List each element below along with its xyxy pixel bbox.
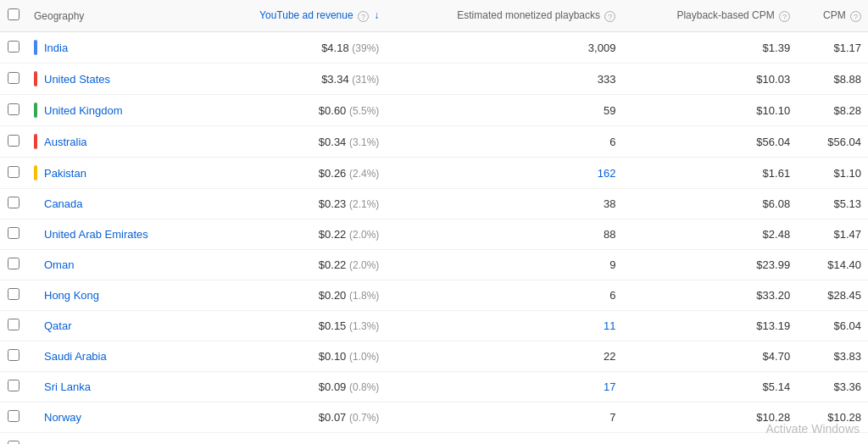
pb-cpm-cell: $4.70 bbox=[622, 341, 797, 372]
geo-cell: Australia bbox=[27, 126, 203, 158]
cpm-cell: $1.47 bbox=[797, 219, 868, 250]
pb-cpm-cell: $56.04 bbox=[622, 126, 797, 158]
geo-cell: Philippines bbox=[27, 433, 203, 445]
country-link[interactable]: Oman bbox=[44, 258, 74, 271]
playbacks-info-icon[interactable]: ? bbox=[604, 11, 615, 22]
pb-cpm-info-icon[interactable]: ? bbox=[779, 11, 790, 22]
row-checkbox[interactable] bbox=[8, 410, 19, 422]
revenue-value: $0.20 bbox=[319, 289, 349, 302]
playbacks-cell: 333 bbox=[386, 64, 622, 95]
row-checkbox[interactable] bbox=[8, 72, 19, 84]
geography-col-label: Geography bbox=[34, 10, 84, 22]
row-checkbox[interactable] bbox=[8, 441, 19, 444]
revenue-percentage: (2.0%) bbox=[349, 229, 379, 241]
geo-cell: Hong Kong bbox=[27, 280, 203, 311]
revenue-percentage: (2.0%) bbox=[349, 259, 379, 271]
revenue-info-icon[interactable]: ? bbox=[358, 11, 369, 22]
table-row: Canada$0.23 (2.1%)38$6.08$5.13 bbox=[0, 189, 868, 219]
country-link[interactable]: Sri Lanka bbox=[44, 380, 91, 393]
playbacks-cell: 7 bbox=[386, 402, 622, 433]
country-link[interactable]: Hong Kong bbox=[44, 289, 99, 302]
revenue-cell: $0.22 (2.0%) bbox=[203, 219, 386, 250]
revenue-value: $0.09 bbox=[319, 380, 349, 393]
table-row: Sri Lanka$0.09 (0.8%)17$5.14$3.36 bbox=[0, 372, 868, 402]
geo-cell: Saudi Arabia bbox=[27, 341, 203, 372]
playbacks-cell: 6 bbox=[386, 280, 622, 311]
table-row: Australia$0.34 (3.1%)6$56.04$56.04 bbox=[0, 126, 868, 158]
table-row: Hong Kong$0.20 (1.8%)6$33.20$28.45 bbox=[0, 280, 868, 311]
country-link[interactable]: Saudi Arabia bbox=[44, 350, 107, 363]
row-checkbox-cell bbox=[0, 126, 27, 158]
pb-cpm-cell: $33.20 bbox=[622, 280, 797, 311]
cpm-cell: $1.17 bbox=[797, 32, 868, 64]
table-row: Saudi Arabia$0.10 (1.0%)22$4.70$3.83 bbox=[0, 341, 868, 372]
header-checkbox-cell bbox=[0, 0, 27, 32]
row-checkbox-cell bbox=[0, 402, 27, 433]
revenue-percentage: (3.1%) bbox=[349, 136, 379, 148]
row-checkbox[interactable] bbox=[8, 288, 19, 300]
geo-cell: Pakistan bbox=[27, 158, 203, 189]
revenue-value: $0.26 bbox=[319, 167, 349, 180]
row-checkbox-cell bbox=[0, 311, 27, 341]
row-checkbox[interactable] bbox=[8, 41, 19, 53]
cpm-cell: $3.36 bbox=[797, 372, 868, 402]
analytics-table: Geography YouTube ad revenue ? ↓ Estimat… bbox=[0, 0, 868, 444]
row-checkbox-cell bbox=[0, 280, 27, 311]
row-checkbox-cell bbox=[0, 189, 27, 219]
table-row: United Kingdom$0.60 (5.5%)59$10.10$8.28 bbox=[0, 95, 868, 126]
revenue-cell: $0.10 (1.0%) bbox=[203, 341, 386, 372]
row-checkbox[interactable] bbox=[8, 380, 19, 391]
pb-cpm-cell: $13.19 bbox=[622, 311, 797, 341]
row-checkbox[interactable] bbox=[8, 166, 19, 178]
table-row: United Arab Emirates$0.22 (2.0%)88$2.48$… bbox=[0, 219, 868, 250]
revenue-sort-icon[interactable]: ↓ bbox=[374, 9, 379, 21]
playbacks-cell: 11 bbox=[386, 311, 622, 341]
row-checkbox-cell bbox=[0, 341, 27, 372]
row-checkbox[interactable] bbox=[8, 135, 19, 147]
row-checkbox[interactable] bbox=[8, 227, 19, 239]
country-link[interactable]: Qatar bbox=[44, 319, 72, 332]
pb-cpm-cell: $6.08 bbox=[622, 189, 797, 219]
revenue-percentage: (2.4%) bbox=[349, 168, 379, 180]
revenue-percentage: (1.8%) bbox=[349, 290, 379, 302]
cpm-info-icon[interactable]: ? bbox=[850, 11, 861, 22]
country-link[interactable]: United Arab Emirates bbox=[44, 228, 148, 241]
cpm-cell: $3.83 bbox=[797, 341, 868, 372]
country-link[interactable]: India bbox=[44, 42, 68, 54]
row-checkbox[interactable] bbox=[8, 349, 19, 361]
revenue-cell: $0.07 (0.7%) bbox=[203, 402, 386, 433]
row-checkbox-cell bbox=[0, 64, 27, 95]
table-row: Qatar$0.15 (1.3%)11$13.19$6.04 bbox=[0, 311, 868, 341]
country-color-bar bbox=[34, 165, 37, 180]
playbacks-cell: 3,009 bbox=[386, 32, 622, 64]
table-row: Pakistan$0.26 (2.4%)162$1.61$1.10 bbox=[0, 158, 868, 189]
country-link[interactable]: Australia bbox=[44, 136, 87, 148]
row-checkbox-cell bbox=[0, 250, 27, 280]
table-row: India$4.18 (39%)3,009$1.39$1.17 bbox=[0, 32, 868, 64]
country-link[interactable]: Pakistan bbox=[44, 167, 86, 180]
country-color-bar bbox=[34, 134, 37, 149]
header-revenue[interactable]: YouTube ad revenue ? ↓ bbox=[203, 0, 386, 32]
country-link[interactable]: Canada bbox=[44, 197, 83, 210]
row-checkbox[interactable] bbox=[8, 258, 19, 269]
country-link[interactable]: United States bbox=[44, 73, 110, 86]
revenue-cell: $0.15 (1.3%) bbox=[203, 311, 386, 341]
row-checkbox[interactable] bbox=[8, 103, 19, 115]
pb-cpm-cell: $23.99 bbox=[622, 250, 797, 280]
geo-cell: Qatar bbox=[27, 311, 203, 341]
row-checkbox[interactable] bbox=[8, 197, 19, 208]
country-color-bar bbox=[34, 71, 37, 86]
row-checkbox-cell bbox=[0, 158, 27, 189]
revenue-cell: $0.23 (2.1%) bbox=[203, 189, 386, 219]
cpm-cell: $56.04 bbox=[797, 126, 868, 158]
revenue-value: $0.60 bbox=[319, 104, 349, 117]
row-checkbox[interactable] bbox=[8, 319, 19, 330]
header-playbacks: Estimated monetized playbacks ? bbox=[386, 0, 622, 32]
cpm-cell: $8.88 bbox=[797, 64, 868, 95]
table-body: India$4.18 (39%)3,009$1.39$1.17United St… bbox=[0, 32, 868, 445]
cpm-cell: $5.13 bbox=[797, 189, 868, 219]
country-link[interactable]: United Kingdom bbox=[44, 104, 123, 117]
revenue-value: $0.07 bbox=[319, 411, 349, 424]
select-all-checkbox[interactable] bbox=[8, 8, 19, 20]
country-link[interactable]: Norway bbox=[44, 411, 81, 424]
